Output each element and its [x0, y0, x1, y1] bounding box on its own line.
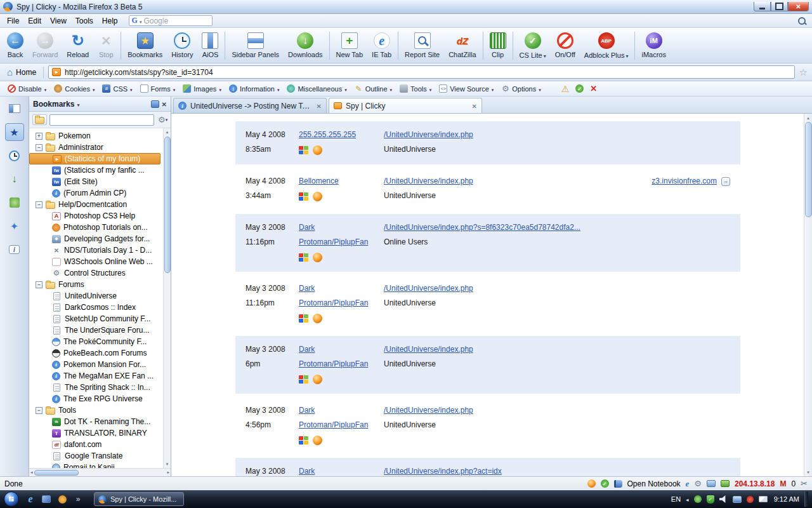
imacros-button[interactable]: iMacros	[637, 30, 671, 60]
clip-button[interactable]: Clip	[485, 30, 511, 60]
visitor-link[interactable]: Dark	[299, 464, 315, 476]
page-url-link[interactable]: /UnitedUniverse/index.php	[384, 403, 473, 418]
scroll-up-icon[interactable]: ▴	[166, 128, 169, 136]
bookmarks-button[interactable]: Bookmarks	[123, 30, 167, 60]
language-indicator[interactable]: EN	[671, 495, 681, 503]
tree-expander[interactable]: −	[36, 407, 43, 414]
bookmark-star-icon[interactable]	[799, 67, 808, 78]
bookmarks-search-input[interactable]	[49, 114, 154, 126]
on-off-button[interactable]: On/Off	[551, 30, 580, 60]
start-button[interactable]	[4, 491, 19, 507]
mail-notifier-icon[interactable]	[780, 479, 786, 488]
bookmark-item[interactable]: Photoshop CS3 Help	[29, 210, 163, 222]
report-site-button[interactable]: Report Site	[400, 30, 444, 60]
page-url-link[interactable]: /UnitedUniverse/index.php	[384, 342, 473, 357]
sidebar-title-dropdown-icon[interactable]	[77, 100, 79, 109]
visitor-link[interactable]: Protoman/PiplupFan	[299, 296, 368, 311]
visitor-link[interactable]: Bellomence	[299, 174, 339, 189]
bookmark-item[interactable]: (Staticics of my forum)	[29, 153, 160, 164]
webdev-cookies-menu[interactable]: Cookies	[50, 83, 98, 95]
sidebar-settings-button[interactable]	[157, 115, 169, 124]
search-magnifier-icon[interactable]	[797, 16, 807, 26]
webdev-forms-menu[interactable]: Forms	[136, 83, 180, 95]
display-tray-icon[interactable]	[733, 496, 742, 503]
network-status-icon[interactable]	[721, 480, 730, 487]
bookmark-item[interactable]: NDS/Tutorials Day 1 - D...	[29, 244, 163, 256]
back-button[interactable]: Back	[3, 30, 28, 60]
tab-unitedunverse-posting[interactable]: UnitedUniverse -> Posting New To...	[173, 98, 327, 113]
webdev-images-menu[interactable]: Images	[179, 83, 225, 95]
home-button[interactable]: Home	[4, 65, 39, 79]
show-desktop-button[interactable]	[40, 493, 53, 505]
tree-expander[interactable]: −	[36, 281, 43, 288]
close-button[interactable]	[788, 2, 809, 11]
webdev-css-menu[interactable]: CSS	[98, 83, 136, 95]
scroll-right-icon[interactable]: ▸	[167, 470, 169, 475]
bookmark-item[interactable]: SketchUp Community F...	[29, 313, 163, 324]
visitor-link[interactable]: Protoman/PiplupFan	[299, 418, 368, 432]
page-url-link[interactable]: /UnitedUniverse/index.php?act=idx	[384, 464, 502, 476]
bookmark-item[interactable]: Dot TK - Renaming The...	[29, 416, 163, 427]
bookmark-folder-button[interactable]	[32, 114, 47, 125]
bookmark-item[interactable]: +Pokemon	[29, 130, 163, 142]
bookmark-item[interactable]: −Help/Docmentcation	[29, 199, 163, 210]
referrer-link[interactable]: z3.invisionfree.com	[652, 174, 717, 189]
bookmark-item[interactable]: The PokéCommunity F...	[29, 336, 163, 347]
page-url-link[interactable]: /UnitedUniverse/index.php	[384, 281, 473, 296]
security-shield-icon[interactable]	[707, 495, 714, 504]
bookmarks-panel-button[interactable]	[5, 123, 24, 141]
tree-expander[interactable]: −	[36, 201, 43, 208]
webdev-tools-menu[interactable]: Tools	[396, 83, 435, 95]
webdev-information-menu[interactable]: Information	[225, 83, 284, 95]
warning-icon[interactable]	[561, 84, 570, 94]
minimize-button[interactable]	[754, 2, 771, 11]
url-bar[interactable]: http://getclicky.com/stats/spy?site_id=3…	[48, 65, 794, 79]
menu-file[interactable]: File	[3, 15, 23, 27]
bookmark-item[interactable]: The UnderSquare Foru...	[29, 324, 163, 336]
page-vertical-scrollbar[interactable]: ▴ ▾	[804, 114, 812, 476]
bookmark-item[interactable]: UnitedUniverse	[29, 290, 163, 302]
notebook-icon[interactable]	[614, 480, 622, 488]
page-url-link[interactable]: /UnitedUniverse/index.php	[384, 174, 473, 189]
user-tray-icon[interactable]	[694, 495, 702, 503]
sidebar-panels-button[interactable]: Sidebar Panels	[227, 30, 284, 60]
display-status-icon[interactable]	[707, 480, 716, 487]
alert-tray-icon[interactable]	[747, 496, 754, 503]
downloads-button[interactable]: Downloads	[284, 30, 327, 60]
bookmark-item[interactable]: (Forum Admin CP)	[29, 187, 163, 199]
error-icon[interactable]	[590, 84, 597, 93]
tab-close-icon[interactable]	[472, 102, 477, 110]
cs-lite-button[interactable]: CS Lite	[515, 30, 551, 62]
bookmark-item[interactable]: −Forums	[29, 279, 163, 290]
bookmark-item[interactable]: Photoshop Tutorials on...	[29, 222, 163, 233]
proxy-ip-text[interactable]: 204.13.8.18	[735, 479, 775, 488]
bookmark-item[interactable]: dafont.com	[29, 439, 163, 450]
new-tab-button[interactable]: New Tab	[332, 30, 368, 60]
bookmark-item[interactable]: (Edit Site)	[29, 176, 163, 187]
volume-icon[interactable]	[719, 495, 728, 503]
dropdown-caret-icon[interactable]	[544, 51, 546, 60]
search-engine-dropdown-icon[interactable]	[140, 17, 142, 25]
scrollbar-thumb[interactable]	[34, 470, 79, 476]
media-quicklaunch-button[interactable]	[56, 493, 69, 505]
menu-edit[interactable]: Edit	[23, 15, 46, 27]
scissors-icon[interactable]	[801, 479, 808, 488]
valid-check-icon[interactable]	[575, 84, 584, 93]
webdev-disable-menu[interactable]: Disable	[4, 83, 50, 95]
sidebar-horizontal-scrollbar[interactable]: ◂ ▸	[29, 468, 171, 476]
scrollbar-thumb[interactable]	[805, 122, 812, 217]
bookmark-item[interactable]: DarkCosmos :: Index	[29, 302, 163, 313]
menu-view[interactable]: View	[46, 15, 71, 27]
visitor-link[interactable]: Dark	[299, 220, 315, 235]
bookmark-item[interactable]: −Tools	[29, 404, 163, 416]
scrollbar-thumb[interactable]	[164, 137, 171, 273]
chatzilla-button[interactable]: ChatZilla	[444, 30, 480, 60]
bookmark-item[interactable]: The Exe RPG Universe	[29, 393, 163, 404]
ie-quicklaunch-button[interactable]	[24, 493, 37, 505]
reload-button[interactable]: Reload	[62, 30, 93, 60]
webdev-view-source-menu[interactable]: View Source	[435, 83, 497, 95]
sidebar-toggle-button[interactable]	[5, 100, 24, 117]
bookmark-item[interactable]: −Administrator	[29, 142, 163, 153]
ietab-status-icon[interactable]	[686, 479, 690, 489]
scroll-down-icon[interactable]: ▾	[166, 460, 169, 468]
